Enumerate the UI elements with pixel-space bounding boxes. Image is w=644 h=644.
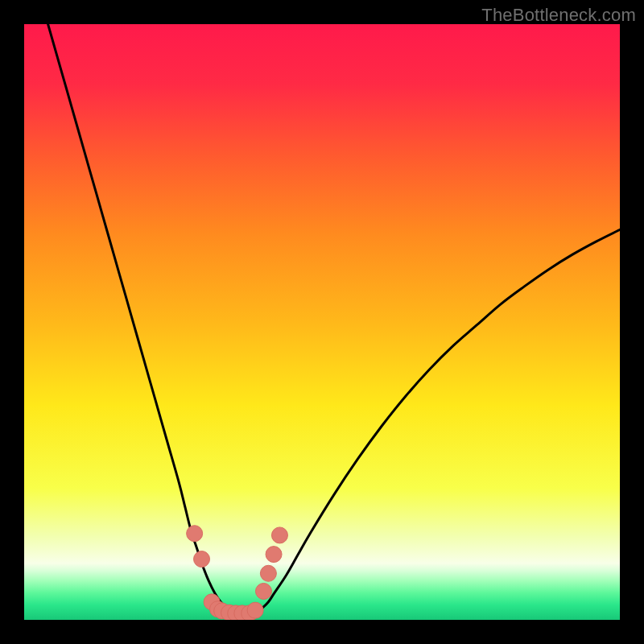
data-marker [187, 526, 203, 542]
watermark-text: TheBottleneck.com [481, 5, 636, 26]
data-marker [247, 602, 263, 618]
plot-area [24, 24, 620, 620]
data-marker [266, 547, 282, 563]
curve-left-curve [48, 24, 239, 614]
data-marker [255, 583, 271, 599]
chart-svg [24, 24, 620, 620]
curve-right-curve [250, 229, 620, 613]
data-marker [271, 527, 287, 543]
data-marker [260, 565, 276, 581]
outer-frame: TheBottleneck.com [0, 0, 644, 644]
data-marker [194, 551, 210, 568]
